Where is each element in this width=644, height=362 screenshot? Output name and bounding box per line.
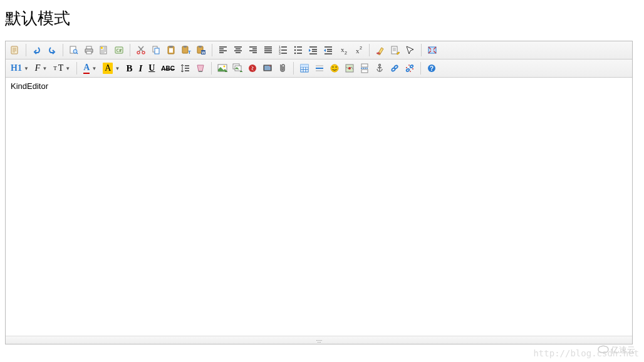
- table-icon[interactable]: [298, 61, 311, 75]
- svg-rect-53: [361, 64, 368, 67]
- template-icon[interactable]: [97, 43, 111, 57]
- code-icon[interactable]: C#: [112, 43, 126, 57]
- select-all-icon[interactable]: [403, 43, 417, 57]
- align-right-icon[interactable]: [246, 43, 260, 57]
- svg-text:W: W: [202, 51, 205, 54]
- svg-point-11: [142, 51, 145, 54]
- paste-word-icon[interactable]: W: [194, 43, 208, 57]
- link-icon[interactable]: [388, 61, 402, 75]
- toolbar-row-1: C# T W 123 x2 x2: [6, 41, 632, 59]
- print-icon[interactable]: [82, 43, 96, 57]
- cut-icon[interactable]: [134, 43, 148, 57]
- redo-icon[interactable]: [45, 43, 59, 57]
- svg-point-58: [406, 68, 410, 72]
- ordered-list-icon[interactable]: 123: [276, 43, 290, 57]
- fontsize-button[interactable]: TT▼: [51, 61, 73, 75]
- svg-rect-18: [184, 46, 187, 48]
- svg-rect-7: [101, 47, 103, 49]
- svg-point-48: [331, 65, 338, 72]
- paste-icon[interactable]: [164, 43, 178, 57]
- about-icon[interactable]: ?: [425, 61, 439, 75]
- quickformat-icon[interactable]: [388, 43, 402, 57]
- indent-icon[interactable]: [306, 43, 320, 57]
- italic-button[interactable]: I: [136, 61, 145, 75]
- watermark-logo: 亿速云: [595, 343, 639, 349]
- svg-point-39: [224, 66, 226, 68]
- flash-icon[interactable]: [246, 61, 259, 75]
- svg-point-52: [348, 67, 351, 70]
- paste-text-icon[interactable]: T: [179, 43, 193, 57]
- heading-button[interactable]: H1▼: [8, 61, 31, 75]
- svg-rect-21: [199, 46, 202, 48]
- pagebreak-icon[interactable]: [358, 61, 371, 75]
- svg-rect-35: [392, 46, 397, 54]
- hr-icon[interactable]: [313, 61, 326, 75]
- svg-rect-5: [86, 51, 91, 54]
- anchor-icon[interactable]: [373, 61, 387, 75]
- svg-point-28: [294, 49, 296, 51]
- svg-rect-16: [169, 48, 173, 53]
- undo-icon[interactable]: [30, 43, 44, 57]
- font-button[interactable]: F▼: [33, 61, 49, 75]
- bold-button[interactable]: B: [123, 61, 135, 75]
- svg-text:亿速云: 亿速云: [610, 345, 635, 349]
- image-icon[interactable]: [216, 61, 229, 75]
- svg-point-59: [410, 65, 413, 68]
- unordered-list-icon[interactable]: [291, 43, 305, 57]
- preview-icon[interactable]: [67, 43, 81, 57]
- emoticon-icon[interactable]: [328, 61, 341, 75]
- svg-rect-0: [11, 46, 18, 54]
- editor-container: C# T W 123 x2 x2 H1▼ F▼ TT▼ A▼ A▼ B I U …: [5, 41, 633, 344]
- clear-format-icon[interactable]: [373, 43, 387, 57]
- align-justify-icon[interactable]: [261, 43, 275, 57]
- editor-content[interactable]: KindEditor: [6, 78, 632, 336]
- fullscreen-icon[interactable]: [425, 43, 439, 57]
- resize-handle[interactable]: [6, 336, 632, 344]
- svg-text:2: 2: [345, 51, 347, 55]
- page-title: 默认模式: [5, 8, 639, 29]
- svg-text:3: 3: [279, 51, 281, 55]
- svg-point-29: [294, 53, 296, 54]
- media-icon[interactable]: [261, 61, 274, 75]
- source-icon[interactable]: [8, 43, 22, 57]
- svg-text:2: 2: [360, 46, 362, 50]
- svg-rect-4: [86, 46, 91, 49]
- unlink-icon[interactable]: [403, 61, 417, 75]
- file-icon[interactable]: [276, 61, 289, 75]
- svg-point-49: [333, 66, 334, 68]
- svg-rect-54: [361, 70, 368, 73]
- svg-text:?: ?: [430, 65, 434, 72]
- multi-image-icon[interactable]: [231, 61, 244, 75]
- align-left-icon[interactable]: [216, 43, 230, 57]
- superscript-icon[interactable]: x2: [351, 43, 365, 57]
- line-height-icon[interactable]: [179, 61, 192, 75]
- toolbar-row-2: H1▼ F▼ TT▼ A▼ A▼ B I U ABC ?: [6, 59, 632, 78]
- svg-point-34: [377, 53, 380, 54]
- svg-rect-13: [155, 48, 159, 54]
- remove-format-icon[interactable]: [194, 61, 207, 75]
- svg-rect-37: [199, 71, 202, 72]
- outdent-icon[interactable]: [321, 43, 335, 57]
- svg-point-50: [336, 66, 337, 68]
- strikethrough-button[interactable]: ABC: [158, 61, 177, 75]
- svg-point-27: [294, 46, 296, 48]
- align-center-icon[interactable]: [231, 43, 245, 57]
- svg-text:T: T: [188, 49, 191, 55]
- svg-text:C#: C#: [117, 48, 122, 53]
- svg-rect-44: [264, 66, 271, 70]
- underline-button[interactable]: U: [146, 61, 157, 75]
- baidu-map-icon[interactable]: [343, 61, 356, 75]
- text-color-button[interactable]: A▼: [81, 61, 99, 75]
- svg-rect-15: [169, 46, 173, 48]
- svg-rect-47: [301, 65, 308, 67]
- svg-point-57: [393, 65, 398, 70]
- highlight-button[interactable]: A▼: [100, 61, 122, 75]
- svg-point-10: [137, 51, 140, 54]
- copy-icon[interactable]: [149, 43, 163, 57]
- subscript-icon[interactable]: x2: [336, 43, 350, 57]
